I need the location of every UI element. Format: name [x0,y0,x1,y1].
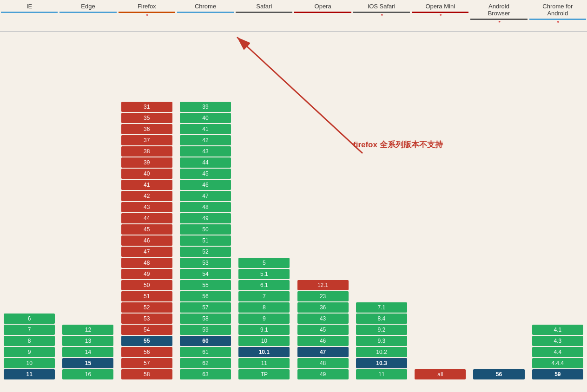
version-cell [356,35,407,45]
version-cell: 47 [180,191,231,201]
version-cell: 38 [121,146,172,157]
version-cell [356,157,407,168]
version-cell [4,202,55,212]
version-cell [532,213,583,223]
version-cell [532,35,583,45]
version-cell [356,213,407,223]
version-cell [238,46,290,56]
version-cell: 11 [238,358,290,368]
version-cell: 41 [121,180,172,190]
version-cell [297,79,349,90]
version-cell [238,202,290,212]
version-cell [297,191,349,201]
version-cell [415,91,466,101]
version-cell [532,224,583,235]
version-cell [297,180,349,190]
version-cell [62,57,113,67]
version-cell [532,135,583,145]
version-cell [532,113,583,123]
version-cell [415,180,466,190]
version-cell [473,68,524,78]
opera-mini-header: Opera Mini [411,0,469,31]
version-cell [62,280,113,290]
version-cell: 36 [121,124,172,134]
version-cell [532,157,583,168]
version-cell [4,191,55,201]
version-cell [238,57,290,67]
version-cell [532,57,583,67]
version-cell: 58 [180,314,231,324]
annotation-text: firefox 全系列版本不支持 [353,139,443,150]
version-cell [121,46,172,56]
version-cell: 55 [180,280,231,290]
version-cell: 57 [121,358,172,368]
version-cell [121,79,172,90]
version-cell [4,146,55,157]
version-cell [297,124,349,134]
version-cell [4,291,55,301]
edge-header: Edge [59,0,117,31]
version-cell [4,224,55,235]
version-cell [415,35,466,45]
version-cell [62,291,113,301]
version-cell [238,146,290,157]
version-cell [62,269,113,279]
version-cell: 50 [121,280,172,290]
version-cell: 10.1 [238,347,290,357]
version-cell [356,247,407,257]
version-cell [356,169,407,179]
version-cell [297,258,349,268]
version-cell [473,79,524,90]
version-cell: 53 [121,314,172,324]
version-cell [473,224,524,235]
version-cell [297,102,349,112]
version-cell [415,46,466,56]
version-cell [532,280,583,290]
version-cell [532,124,583,134]
android-browser-header: AndroidBrowser [469,0,528,31]
version-cell [473,57,524,67]
opera-header: Opera [293,0,352,31]
version-cell [297,57,349,67]
version-cell [4,135,55,145]
ie-col: 67891011 [0,34,59,380]
version-cell: 63 [180,369,231,379]
version-cell: 6 [4,314,55,324]
version-cell: 36 [297,302,349,313]
version-cell [473,124,524,134]
version-cell [356,180,407,190]
version-cell: 10.2 [356,347,407,357]
version-cell: 49 [297,369,349,379]
version-cell [238,79,290,90]
version-cell: 8 [4,336,55,346]
version-cell [473,336,524,346]
version-cell: 48 [121,258,172,268]
version-cell [62,146,113,157]
version-cell [297,68,349,78]
version-cell [473,314,524,324]
version-cell: 9 [4,347,55,357]
version-cell: 46 [121,235,172,246]
version-cell [62,46,113,56]
version-cell [415,336,466,346]
version-cell [4,213,55,223]
version-cell: 45 [121,224,172,235]
version-cell: 11 [356,369,407,379]
version-cell [473,302,524,313]
version-cell [356,224,407,235]
version-cell [473,269,524,279]
version-cell [238,68,290,78]
version-cell: 31 [121,102,172,112]
version-cell: 10.3 [356,358,407,368]
version-cell [297,235,349,246]
version-cell [62,79,113,90]
version-cell: 11 [4,369,55,379]
version-cell [415,224,466,235]
version-cell [238,180,290,190]
version-cell [62,124,113,134]
version-cell [297,113,349,123]
version-cell [297,135,349,145]
version-cell [473,113,524,123]
version-cell [473,180,524,190]
version-cell [180,35,231,45]
